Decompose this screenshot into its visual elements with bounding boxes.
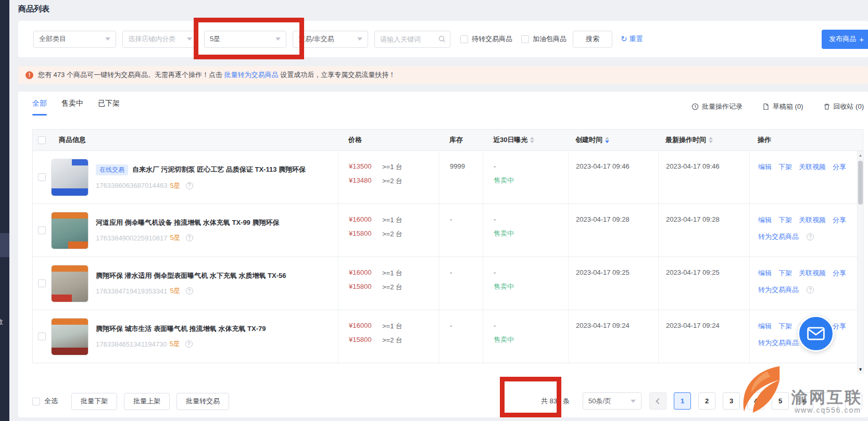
page-title: 商品列表 [18, 4, 49, 14]
sort-icons-active-desc[interactable] [605, 137, 609, 143]
online-trade-badge: 在线交易 [96, 164, 128, 175]
related-video-link[interactable]: 关联视频 [799, 269, 826, 278]
row-checkbox[interactable] [38, 226, 46, 234]
row-checkbox[interactable] [38, 173, 46, 181]
table-scrollbar[interactable]: ▲ ▼ [857, 151, 864, 374]
stock-value: 9999 [439, 151, 483, 203]
sidebar-item-label: 效 [0, 317, 3, 327]
sort-icons[interactable] [709, 137, 713, 143]
help-icon[interactable]: ? [186, 182, 193, 189]
edit-link[interactable]: 编辑 [758, 162, 772, 172]
edit-link[interactable]: 编辑 [758, 269, 772, 278]
page-button-6[interactable]: 6 [796, 392, 813, 410]
shop-category-select[interactable]: 选择店铺内分类 [122, 31, 198, 48]
edit-link[interactable]: 编辑 [758, 215, 772, 225]
status-tabs: 全部 售卖中 已下架 [32, 99, 134, 116]
product-id: 1763384719419353341 [96, 287, 167, 295]
take-down-link[interactable]: 下架 [778, 269, 792, 278]
batch-put-on-button[interactable]: 批量上架 [124, 393, 170, 410]
row-checkbox[interactable] [38, 333, 46, 340]
envelope-icon [807, 327, 825, 340]
header-select-all-checkbox[interactable] [38, 136, 46, 144]
trade-type-select[interactable]: 交易/非交易 [293, 31, 368, 48]
search-button[interactable]: 搜索 [573, 31, 612, 48]
plus-icon: + [859, 35, 864, 44]
share-link[interactable]: 分享 [833, 322, 846, 331]
product-id: 1763386063687014463 [96, 182, 167, 189]
table-row: 腾翔环保 城市生活 表面曝气机 推流增氧 水体充氧 TX-79 17633846… [33, 310, 863, 363]
select-all-checkbox[interactable] [32, 398, 40, 405]
help-icon[interactable]: ? [807, 286, 814, 294]
take-down-link[interactable]: 下架 [778, 322, 792, 331]
page-button-2[interactable]: 2 [698, 392, 715, 410]
product-image [51, 318, 89, 355]
related-video-link[interactable]: 关联视频 [799, 162, 826, 172]
col-header-info: 商品信息 [51, 130, 338, 150]
updated-time: 2023-04-17 09:24 [658, 310, 749, 363]
updated-time: 2023-04-17 09:28 [658, 204, 749, 257]
share-link[interactable]: 分享 [833, 162, 846, 172]
price-cond1: >=1 台 [382, 322, 402, 331]
category-select[interactable]: 全部类目 [33, 31, 116, 48]
convert-to-trade-link[interactable]: 转为交易商品 [758, 285, 799, 295]
table-header: 商品信息 价格 库存 近30日曝光 创建时间 最新操作时间 操作 [33, 130, 863, 150]
sort-icons[interactable] [530, 137, 534, 143]
fuel-pack-checkbox[interactable] [521, 35, 529, 43]
price-tier1: ¥13500 [349, 162, 382, 172]
chevron-down-icon [105, 37, 110, 41]
status-badge: 售卖中 [494, 335, 568, 345]
scroll-down-arrow-icon[interactable]: ▼ [858, 367, 863, 372]
tab-all[interactable]: 全部 [32, 99, 47, 116]
customer-message-button[interactable] [798, 315, 834, 352]
help-icon[interactable]: ? [186, 234, 193, 241]
price-cond1: >=1 台 [382, 215, 402, 225]
page-button-5[interactable]: 5 [772, 392, 789, 410]
batch-take-down-button[interactable]: 批量下架 [71, 393, 117, 410]
recycle-bin-link[interactable]: 回收站 (0) [823, 102, 864, 111]
col-header-created[interactable]: 创建时间 [568, 130, 658, 150]
tab-offline[interactable]: 已下架 [98, 99, 120, 116]
col-header-updated[interactable]: 最新操作时间 [658, 130, 749, 150]
price-tier2: ¥13480 [349, 176, 382, 186]
select-all-label: 全选 [44, 397, 58, 406]
page-button-3[interactable]: 3 [723, 392, 740, 410]
page-button-1[interactable]: 1 [674, 392, 691, 410]
chevron-down-icon [187, 37, 192, 41]
star-level-select[interactable]: 5星 [204, 31, 286, 48]
take-down-link[interactable]: 下架 [778, 215, 792, 225]
product-title: 自来水厂 污泥切割泵 匠心工艺 品质保证 TX-113 腾翔环保 [132, 165, 306, 174]
batch-log-link[interactable]: 批量操作记录 [691, 102, 743, 111]
prev-page-button[interactable] [649, 392, 666, 410]
page-button-obscured[interactable] [845, 392, 862, 410]
page-button-obscured[interactable] [821, 392, 838, 410]
col-header-exposure[interactable]: 近30日曝光 [483, 130, 568, 150]
page-button-4[interactable]: 4 [747, 392, 764, 410]
fuel-pack-label: 加油包商品 [533, 34, 567, 44]
scrollbar-thumb[interactable] [858, 161, 863, 205]
edit-link[interactable]: 编辑 [758, 322, 772, 331]
batch-convert-trade-button[interactable]: 批量转交易 [177, 393, 229, 410]
collapsed-sidebar[interactable]: 效 [0, 0, 9, 421]
table-row: 腾翔环保 潜水适用 倒伞型表面曝气机 水下充氧 水质增氧 TX-56 17633… [33, 257, 863, 310]
take-down-link[interactable]: 下架 [778, 162, 792, 172]
convert-to-trade-link[interactable]: 转为交易商品 [758, 232, 799, 241]
share-link[interactable]: 分享 [833, 215, 846, 225]
reset-button[interactable]: ↻ 重置 [621, 34, 643, 44]
batch-log-label: 批量操作记录 [702, 102, 743, 111]
page-size-select[interactable]: 50条/页 [583, 392, 641, 410]
help-icon[interactable]: ? [185, 340, 193, 348]
drafts-link[interactable]: 草稿箱 (0) [762, 102, 803, 111]
help-icon[interactable]: ? [807, 233, 814, 240]
scroll-up-arrow-icon[interactable]: ▲ [858, 153, 863, 158]
related-video-link[interactable]: 关联视频 [799, 215, 826, 225]
chevron-left-icon [656, 398, 661, 404]
pending-trade-checkbox[interactable] [460, 35, 468, 43]
publish-product-button[interactable]: 发布商品 + [822, 30, 868, 49]
tab-selling[interactable]: 售卖中 [61, 99, 83, 116]
sidebar-active-item[interactable] [0, 233, 9, 257]
convert-to-trade-link[interactable]: 转为交易商品 [758, 338, 799, 348]
share-link[interactable]: 分享 [833, 269, 846, 278]
batch-convert-link[interactable]: 批量转为交易商品 [224, 71, 279, 79]
help-icon[interactable]: ? [186, 287, 193, 295]
row-checkbox[interactable] [38, 279, 46, 287]
